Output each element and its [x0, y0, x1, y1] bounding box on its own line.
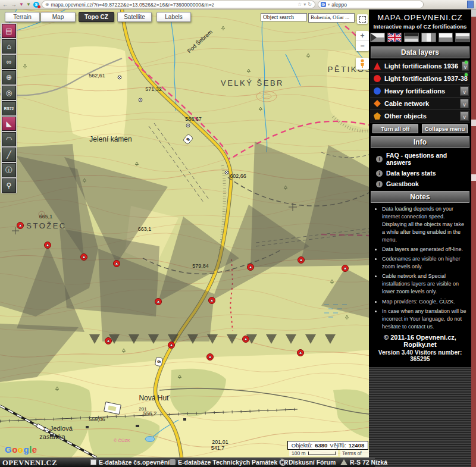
- map-label: Jelení kámen: [89, 135, 131, 143]
- chevron-down-icon[interactable]: [460, 99, 469, 108]
- info-faq-link[interactable]: FAQ - questions and answers: [370, 150, 470, 168]
- site-icon: ⊕: [45, 2, 49, 7]
- link-diskusni-forum[interactable]: Diskusní Fórum: [280, 459, 336, 466]
- info-guestbook-link[interactable]: Guestbook: [370, 178, 470, 189]
- zoom-in-button[interactable]: +: [356, 31, 369, 41]
- fullscreen-button[interactable]: [357, 14, 368, 24]
- map-label: 559,06: [89, 416, 105, 422]
- fort-marker[interactable]: [243, 336, 249, 343]
- link-e-databaze-cs-opevneni[interactable]: E-databáze čs.opevnění: [90, 459, 170, 466]
- reload-icon[interactable]: ↻: [308, 2, 312, 7]
- layer-other-objects[interactable]: Other objects: [370, 110, 470, 123]
- note-item: Map providers: Google, ČÚZK.: [382, 298, 468, 306]
- zoom-plus-icon[interactable]: ⚲: [2, 178, 16, 193]
- home-icon[interactable]: ⌂: [2, 39, 16, 54]
- flag-ru-icon[interactable]: [455, 33, 470, 42]
- scale-label: 100 m: [292, 450, 306, 456]
- map-type-satellite[interactable]: Satellite: [117, 12, 152, 22]
- object-search-input[interactable]: [261, 13, 307, 21]
- chevron-down-icon[interactable]: [460, 86, 469, 96]
- fans-label: Vějířů:: [330, 442, 346, 449]
- flag-de-icon[interactable]: [404, 33, 419, 42]
- map-label: 562,61: [89, 73, 105, 79]
- map-type-labels[interactable]: Labels: [156, 12, 191, 22]
- tech-monuments-icon: [170, 459, 176, 465]
- map-label: 201,01: [212, 439, 228, 445]
- layer-light-fortifications-1936[interactable]: Light fortifications 1936: [370, 60, 470, 73]
- fort-marker[interactable]: [168, 342, 175, 349]
- layer-enabled-dot: [465, 61, 468, 64]
- fort-marker[interactable]: [209, 297, 215, 304]
- chevron-down-icon[interactable]: [460, 111, 469, 121]
- map-label: zastávka: [39, 433, 65, 440]
- map-label: VELKÝ ŠEBR: [221, 79, 284, 87]
- layer-light-fortifications-1937-38[interactable]: Light fortifications 1937-38: [370, 73, 470, 85]
- bookmark-star-icon[interactable]: ☆: [298, 2, 302, 7]
- scale-bar-graphic: [308, 452, 336, 455]
- turn-all-off-button[interactable]: Turn all off: [372, 124, 418, 133]
- objects-value: 6380: [315, 442, 327, 449]
- extension-icon[interactable]: ▼: [19, 2, 24, 7]
- zoom-out-button[interactable]: −: [356, 41, 369, 51]
- map-type-map[interactable]: Map: [40, 12, 76, 22]
- radar-icon[interactable]: ◠: [2, 132, 16, 146]
- layers-icon[interactable]: ▤: [2, 24, 16, 38]
- scrollbar[interactable]: [471, 10, 476, 467]
- fans-value: 12408: [349, 442, 364, 449]
- fort-marker[interactable]: [298, 257, 305, 264]
- map-label: 602,66: [230, 173, 246, 179]
- terms-of-use-link[interactable]: Terms of Use: [340, 450, 369, 457]
- region-select[interactable]: Bohemia, Ofiar ...: [308, 13, 355, 23]
- link-rs-72-nizka[interactable]: R-S 72 Nízká: [340, 459, 387, 466]
- map-type-topo-cz[interactable]: Topo CZ: [79, 12, 114, 22]
- fort-marker[interactable]: [207, 354, 214, 361]
- fort-marker[interactable]: [17, 222, 24, 229]
- fort-marker[interactable]: [298, 350, 304, 356]
- back-icon[interactable]: ←: [2, 2, 8, 8]
- fort-marker[interactable]: [342, 265, 349, 272]
- link-e-databaze-technickych-pamatek[interactable]: E-databáze Technických Památek ČR: [170, 459, 288, 466]
- opevneni-brand[interactable]: OPEVNENI.CZ: [2, 459, 57, 467]
- collapse-menu-button[interactable]: Collapse menu: [422, 124, 468, 133]
- fort-marker[interactable]: [248, 264, 254, 271]
- search-caret-icon[interactable]: ▾: [328, 2, 330, 7]
- fort-marker[interactable]: [45, 242, 51, 249]
- fort-marker[interactable]: [105, 338, 112, 344]
- browser-search-bar[interactable]: G ▾ aleppo: [318, 1, 424, 8]
- fort-marker[interactable]: [155, 299, 162, 305]
- url-bar[interactable]: ⊕ mapa.opevneni.cz/?n=49.87222&e=13.0526…: [42, 1, 315, 8]
- map[interactable]: 99 Pod Šebrem562,61571,32VELKÝ ŠEBRPĚTIK…: [0, 10, 369, 457]
- fort-marker[interactable]: [81, 254, 87, 261]
- layer-heavy-fortifications[interactable]: Heavy fortifications: [370, 85, 470, 98]
- link-icon[interactable]: ∞: [2, 55, 16, 69]
- notes-list: Data loading depends on your internet co…: [370, 205, 468, 331]
- fort-marker[interactable]: [114, 261, 120, 267]
- forward-icon[interactable]: →: [11, 2, 17, 8]
- target-icon[interactable]: ◎: [2, 86, 16, 100]
- topo-map[interactable]: 99 Pod Šebrem562,61571,32VELKÝ ŠEBRPĚTIK…: [0, 10, 369, 457]
- orange-pentagon-icon: [374, 112, 381, 120]
- bunker-triangle-icon: [340, 459, 347, 465]
- flag-cz-icon[interactable]: [370, 33, 385, 42]
- skype-icon[interactable]: S: [33, 2, 39, 8]
- layer-cable-network[interactable]: Cable network: [370, 98, 470, 110]
- globe-marker-icon[interactable]: ⊕: [2, 70, 16, 84]
- rs72-icon[interactable]: RS72: [2, 101, 16, 115]
- pegman-button[interactable]: [356, 58, 369, 70]
- info-data-layers-stats-link[interactable]: Data layers stats: [370, 168, 470, 178]
- note-item: Codenames are visible on higher zoom lev…: [382, 255, 468, 271]
- dropdown-caret-icon[interactable]: ▾: [303, 2, 306, 7]
- zoom-control[interactable]: + −: [356, 31, 369, 51]
- flag-gb-icon[interactable]: [387, 33, 402, 42]
- corner-widget[interactable]: [467, 1, 474, 8]
- ruler-icon[interactable]: ╱: [2, 148, 16, 162]
- info-icon[interactable]: ⓘ: [2, 163, 16, 177]
- map-type-terrain[interactable]: Terrain: [5, 12, 40, 22]
- info-icon: [376, 170, 383, 177]
- map-label: 663,1: [138, 226, 152, 232]
- flag-pl-icon[interactable]: [439, 33, 453, 42]
- flag-fr-icon[interactable]: [421, 33, 436, 42]
- extension-icon-2[interactable]: ▼: [26, 2, 31, 7]
- fan-sector-icon[interactable]: ◣: [2, 117, 16, 131]
- map-label: STOŽEC: [26, 221, 67, 230]
